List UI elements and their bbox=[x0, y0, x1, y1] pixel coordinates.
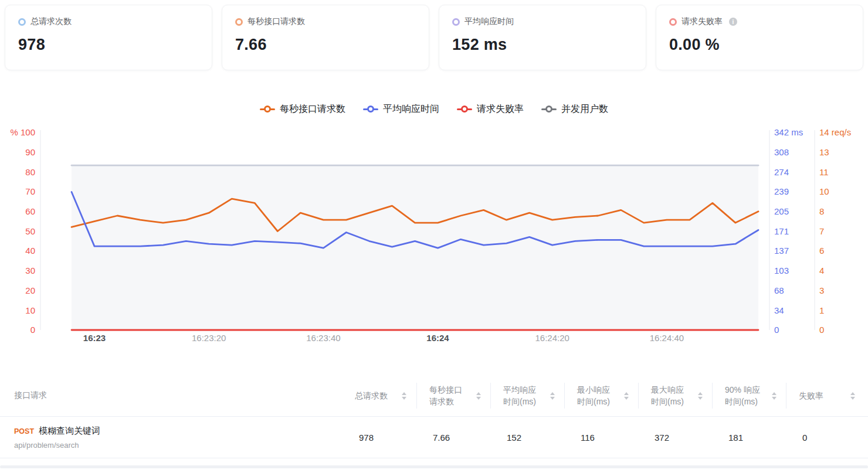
sort-desc-icon[interactable] bbox=[850, 397, 855, 400]
right-ms-axis-tick: 274 bbox=[774, 167, 789, 177]
column-header-label: 90% 响应时间(ms) bbox=[725, 384, 767, 408]
x-axis-tick: 16:24 bbox=[426, 333, 449, 343]
stat-dot-icon bbox=[18, 18, 26, 26]
right-ms-axis-tick: 68 bbox=[774, 285, 784, 295]
sort-desc-icon[interactable] bbox=[476, 397, 481, 400]
right-rps-axis-tick: 10 bbox=[819, 186, 829, 196]
legend-marker-ring bbox=[367, 106, 374, 113]
right-ms-axis-tick: 342 ms bbox=[774, 127, 803, 137]
sort-desc-icon[interactable] bbox=[698, 397, 703, 400]
stat-card: 每秒接口请求数7.66 bbox=[222, 5, 429, 70]
stat-card-value: 978 bbox=[18, 36, 199, 54]
column-header[interactable]: 最小响应时间(ms) bbox=[564, 383, 638, 409]
legend-item[interactable]: 并发用户数 bbox=[541, 103, 608, 115]
column-header[interactable]: 总请求数 bbox=[343, 383, 416, 409]
column-header-label: 每秒接口请求数 bbox=[429, 384, 472, 408]
legend-marker-icon bbox=[457, 106, 472, 113]
sort-desc-icon[interactable] bbox=[624, 397, 629, 400]
metric-cell: 7.66 bbox=[416, 433, 490, 443]
x-axis-tick: 16:23:20 bbox=[192, 333, 226, 343]
left-axis-tick: 30 bbox=[25, 266, 35, 275]
legend-marker-ring bbox=[461, 106, 468, 113]
legend-marker-ring bbox=[545, 106, 552, 113]
right-rps-axis-tick: 11 bbox=[819, 167, 829, 177]
column-header[interactable]: 失败率 bbox=[786, 383, 868, 409]
legend-marker-icon bbox=[363, 106, 378, 113]
column-header[interactable]: 最大响应时间(ms) bbox=[638, 383, 712, 409]
right-ms-axis-tick: 34 bbox=[774, 305, 784, 315]
sort-caret-icon bbox=[550, 392, 555, 400]
metric-cell: 978 bbox=[343, 433, 416, 443]
x-axis-tick: 16:24:40 bbox=[650, 333, 684, 343]
stat-card-label: 每秒接口请求数 bbox=[247, 16, 305, 27]
table-body: POST模糊查询关键词api/problem/search9787.661521… bbox=[0, 416, 868, 458]
sort-asc-icon[interactable] bbox=[550, 392, 555, 395]
left-axis-tick: 10 bbox=[25, 305, 35, 315]
right-ms-axis-tick: 239 bbox=[774, 186, 789, 196]
right-ms-axis-tick: 308 bbox=[774, 147, 789, 157]
right-rps-axis-tick: 0 bbox=[819, 325, 824, 335]
stat-card-label: 总请求次数 bbox=[30, 16, 72, 27]
right-rps-axis-tick: 13 bbox=[819, 147, 829, 157]
sort-caret-icon bbox=[476, 392, 481, 400]
chart-legend: 每秒接口请求数平均响应时间请求失败率并发用户数 bbox=[0, 102, 868, 116]
left-axis-tick: 20 bbox=[25, 285, 35, 295]
sort-asc-icon[interactable] bbox=[402, 392, 406, 395]
column-header-label: 最小响应时间(ms) bbox=[577, 384, 619, 408]
stat-card-label: 平均响应时间 bbox=[464, 16, 514, 27]
sort-asc-icon[interactable] bbox=[698, 392, 703, 395]
right-rps-axis-tick: 1 bbox=[819, 305, 824, 315]
stat-card-value: 0.00 % bbox=[669, 36, 850, 54]
table-row[interactable]: POST模糊查询关键词api/problem/search9787.661521… bbox=[0, 416, 868, 458]
requests-table: 接口请求 总请求数每秒接口请求数平均响应时间(ms)最小响应时间(ms)最大响应… bbox=[0, 375, 868, 468]
stat-dot-icon bbox=[452, 18, 460, 26]
request-name: 模糊查询关键词 bbox=[39, 426, 100, 435]
x-axis-tick: 16:23 bbox=[83, 333, 106, 343]
legend-marker-icon bbox=[541, 106, 557, 113]
legend-item-label: 请求失败率 bbox=[477, 103, 524, 115]
stat-card-header: 总请求次数 bbox=[18, 16, 199, 27]
sort-caret-icon bbox=[698, 392, 703, 400]
right-rps-axis-tick: 14 req/s bbox=[819, 127, 851, 137]
request-path: api/problem/search bbox=[14, 441, 343, 450]
concurrency-area bbox=[72, 165, 758, 330]
sort-desc-icon[interactable] bbox=[772, 397, 777, 400]
sort-caret-icon bbox=[402, 392, 406, 400]
stat-card: 请求失败率i0.00 % bbox=[656, 5, 863, 70]
sort-desc-icon[interactable] bbox=[402, 397, 406, 400]
legend-item[interactable]: 每秒接口请求数 bbox=[260, 103, 345, 115]
column-header[interactable]: 平均响应时间(ms) bbox=[490, 383, 564, 409]
left-axis-tick: 40 bbox=[25, 246, 35, 256]
legend-item[interactable]: 请求失败率 bbox=[457, 103, 524, 115]
column-header[interactable]: 每秒接口请求数 bbox=[416, 383, 490, 409]
stat-card: 总请求次数978 bbox=[5, 5, 212, 70]
info-icon[interactable]: i bbox=[729, 18, 737, 26]
metric-cell: 116 bbox=[564, 433, 638, 443]
sort-desc-icon[interactable] bbox=[550, 397, 555, 400]
left-axis-tick: 60 bbox=[25, 206, 35, 216]
stat-dot-icon bbox=[235, 18, 243, 26]
metric-cell: 0 bbox=[786, 433, 868, 443]
legend-item-label: 平均响应时间 bbox=[383, 103, 439, 115]
legend-marker-ring bbox=[264, 106, 271, 113]
left-axis-tick: 80 bbox=[25, 167, 35, 177]
stat-card-value: 7.66 bbox=[235, 36, 416, 54]
sort-caret-icon bbox=[772, 392, 777, 400]
column-header[interactable]: 90% 响应时间(ms) bbox=[712, 383, 786, 409]
legend-item-label: 每秒接口请求数 bbox=[280, 103, 345, 115]
sort-caret-icon bbox=[624, 392, 629, 400]
legend-item[interactable]: 平均响应时间 bbox=[363, 103, 439, 115]
sort-asc-icon[interactable] bbox=[476, 392, 481, 395]
x-axis-tick: 16:24:20 bbox=[535, 333, 569, 343]
sort-asc-icon[interactable] bbox=[624, 392, 629, 395]
right-ms-axis-tick: 137 bbox=[774, 246, 789, 256]
right-ms-axis-tick: 0 bbox=[774, 325, 779, 335]
stats-cards: 总请求次数978每秒接口请求数7.66平均响应时间152 ms请求失败率i0.0… bbox=[5, 5, 863, 70]
sort-asc-icon[interactable] bbox=[772, 392, 777, 395]
left-axis-tick: 90 bbox=[25, 147, 35, 157]
sort-asc-icon[interactable] bbox=[850, 392, 855, 395]
right-ms-axis-tick: 103 bbox=[774, 266, 789, 275]
metric-cell: 372 bbox=[638, 433, 712, 443]
column-header-request: 接口请求 bbox=[0, 390, 343, 401]
horizontal-scrollbar[interactable] bbox=[0, 465, 868, 468]
